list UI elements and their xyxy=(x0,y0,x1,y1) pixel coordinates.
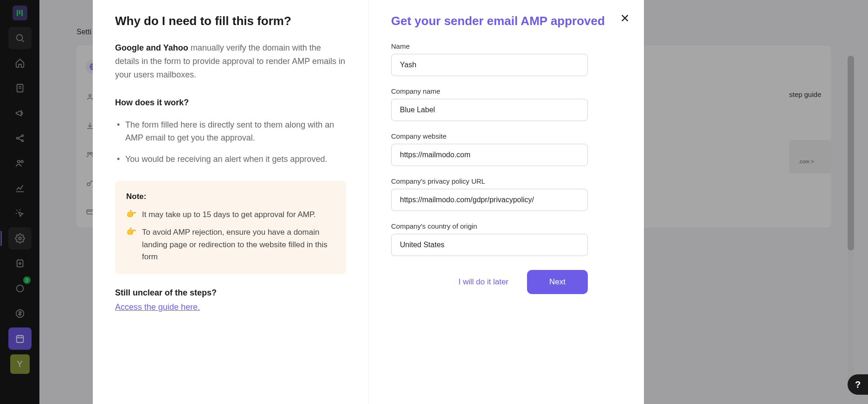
how-it-works-title: How does it work? xyxy=(115,98,346,108)
close-button[interactable] xyxy=(620,13,630,26)
bullet-item: The form filled here is directly sent to… xyxy=(115,119,346,145)
do-it-later-button[interactable]: I will do it later xyxy=(458,277,508,287)
pointing-hand-icon: 👉 xyxy=(126,209,136,221)
intro-paragraph: Google and Yahoo manually verify the dom… xyxy=(115,41,346,81)
note-text: It may take up to 15 days to get approva… xyxy=(142,209,316,221)
pointing-hand-icon: 👉 xyxy=(126,226,136,263)
name-input[interactable] xyxy=(391,54,588,76)
privacy-input[interactable] xyxy=(391,189,588,211)
how-it-works-list: The form filled here is directly sent to… xyxy=(115,119,346,166)
intro-strong: Google and Yahoo xyxy=(115,43,188,52)
company-label: Company name xyxy=(391,87,622,95)
privacy-label: Company's privacy policy URL xyxy=(391,177,622,185)
modal-right-form: Get your sender email AMP approved Name … xyxy=(368,0,644,404)
country-input[interactable] xyxy=(391,234,588,256)
next-button[interactable]: Next xyxy=(527,270,588,294)
country-label: Company's country of origin xyxy=(391,222,622,230)
note-title: Note: xyxy=(126,192,335,201)
company-input[interactable] xyxy=(391,99,588,121)
website-input[interactable] xyxy=(391,144,588,166)
left-panel-title: Why do I need to fill this form? xyxy=(115,14,346,28)
access-guide-link[interactable]: Access the guide here. xyxy=(115,302,200,312)
close-icon xyxy=(620,13,630,23)
bullet-item: You would be receiving an alert when it … xyxy=(115,153,346,166)
note-box: Note: 👉 It may take up to 15 days to get… xyxy=(115,181,346,274)
note-text: To avoid AMP rejection, ensure you have … xyxy=(142,226,335,263)
right-panel-title: Get your sender email AMP approved xyxy=(391,14,622,28)
amp-approval-modal: Why do I need to fill this form? Google … xyxy=(93,0,644,404)
unclear-title: Still unclear of the steps? xyxy=(115,288,346,298)
modal-left-info: Why do I need to fill this form? Google … xyxy=(93,0,368,404)
website-label: Company website xyxy=(391,132,622,140)
help-button[interactable]: ? xyxy=(848,374,868,395)
name-label: Name xyxy=(391,42,622,50)
